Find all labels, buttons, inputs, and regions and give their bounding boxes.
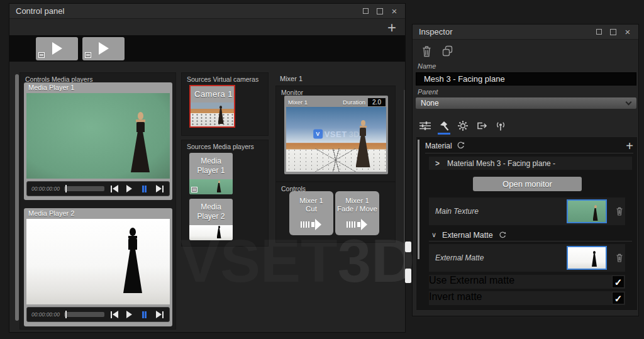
pause-button[interactable] xyxy=(139,310,150,320)
media-clip-icon xyxy=(85,52,91,58)
main-texture-row: Main Texture xyxy=(429,197,625,225)
media-clip-icon xyxy=(191,187,197,192)
play-icon xyxy=(99,42,109,55)
close-window-icon[interactable]: × xyxy=(623,28,632,36)
parent-value: None xyxy=(421,99,439,108)
tab-settings-gear[interactable] xyxy=(455,118,470,134)
source-media-player-2-preview xyxy=(189,225,233,240)
refresh-icon[interactable] xyxy=(457,142,465,150)
right-scrollbar[interactable] xyxy=(404,90,405,279)
refresh-icon[interactable] xyxy=(499,231,506,239)
greenscreen-person xyxy=(130,112,151,174)
tab-broadcast-antenna[interactable] xyxy=(493,118,508,134)
add-material-button[interactable]: + xyxy=(626,140,633,152)
use-external-matte-checkbox[interactable]: ✓ xyxy=(612,275,625,288)
media-player-2-panel: Media Player 2 00:00:00:00 xyxy=(24,208,172,326)
media-clip-icon xyxy=(38,52,45,58)
inspector-tabs xyxy=(418,118,508,134)
mixer-section-label: Mixer 1 xyxy=(280,75,303,82)
play-button[interactable] xyxy=(124,184,135,194)
invert-matte-row: Invert matte ✓ xyxy=(429,291,625,305)
thumb-person xyxy=(592,205,598,221)
clear-texture-icon[interactable] xyxy=(616,207,623,216)
skip-end-button[interactable] xyxy=(154,184,165,194)
main-texture-thumbnail[interactable] xyxy=(567,199,607,223)
material-item-row[interactable]: > Material Mesh 3 - Facing plane - xyxy=(429,157,632,170)
camera-1-label: Camera 1 xyxy=(191,86,234,103)
parent-dropdown[interactable]: None xyxy=(416,97,636,109)
external-matte-section-header[interactable]: ∨ External Matte xyxy=(429,229,632,242)
mixer-cut-button[interactable]: Mixer 1 Cut xyxy=(289,191,333,235)
scene-silhouette xyxy=(216,226,221,239)
mixer-monitor-title: Mixer 1 xyxy=(288,99,308,106)
control-panel-title: Control panel xyxy=(16,6,64,16)
camera-1-source[interactable]: Camera 1 xyxy=(189,85,235,128)
source-media-player-2-label: Media Player 2 xyxy=(189,199,233,225)
open-monitor-button[interactable]: Open monitor xyxy=(473,177,582,191)
launch-button-strip xyxy=(9,35,405,62)
material-header-label: Material xyxy=(425,142,452,150)
watermark-highlight xyxy=(405,269,411,283)
pause-button[interactable] xyxy=(139,184,150,194)
control-panel-window: Control panel × + Controls xyxy=(9,3,406,333)
duplicate-object-icon[interactable] xyxy=(441,45,453,57)
seek-bar[interactable] xyxy=(64,186,104,191)
virtual-cameras-group-label: Sources Virtual cameras xyxy=(187,75,258,83)
source-media-player-1-label: Media Player 1 xyxy=(189,153,233,179)
transition-arrow-icon xyxy=(347,219,368,230)
skip-start-button[interactable] xyxy=(109,184,119,194)
play-icon xyxy=(52,42,62,55)
tab-export[interactable] xyxy=(474,118,489,134)
media-player-1-panel: Media Player 1 00:00:00:00 xyxy=(24,82,172,200)
skip-start-button[interactable] xyxy=(109,310,119,320)
timecode: 00:00:00:00 xyxy=(31,311,60,318)
name-input[interactable] xyxy=(416,72,636,86)
inspector-scrollbar[interactable] xyxy=(418,140,419,259)
play-all-button-2[interactable] xyxy=(82,37,125,60)
seek-bar[interactable] xyxy=(64,312,104,317)
source-media-player-2[interactable]: Media Player 2 xyxy=(189,199,233,240)
restore-window-icon[interactable] xyxy=(594,28,603,36)
maximize-window-icon[interactable] xyxy=(609,28,618,36)
skip-end-button[interactable] xyxy=(154,310,165,320)
duration-value[interactable]: 2.0 xyxy=(368,98,386,106)
play-all-button-1[interactable] xyxy=(36,37,78,60)
material-panel: Material + > Material Mesh 3 - Facing pl… xyxy=(416,136,638,311)
control-panel-content: Controls Media players Media Player 1 00 xyxy=(9,62,405,330)
inspector-window: Inspector × Name Parent None xyxy=(412,24,639,316)
mixer-monitor: Mixer 1 Duration 2.0 V VSET 3D xyxy=(284,96,388,174)
tab-build-hammer[interactable] xyxy=(436,118,452,134)
external-matte-label: External Matte xyxy=(435,253,484,262)
external-matte-row: External Matte xyxy=(429,244,625,272)
playhead[interactable] xyxy=(65,185,67,192)
external-matte-thumbnail[interactable] xyxy=(567,246,607,270)
use-external-matte-row: Use External matte ✓ xyxy=(429,275,625,289)
mixer-monitor-preview: V VSET 3D xyxy=(286,107,386,172)
tab-properties[interactable] xyxy=(418,118,433,134)
source-media-player-1[interactable]: Media Player 1 xyxy=(189,153,233,194)
maximize-window-icon[interactable] xyxy=(375,7,384,16)
restore-window-icon[interactable] xyxy=(361,7,370,16)
media-player-2-video xyxy=(26,219,170,304)
delete-object-icon[interactable] xyxy=(421,45,432,57)
scene-person xyxy=(216,181,221,193)
floor-grid xyxy=(286,148,386,172)
mixer-fade-move-button[interactable]: Mixer 1 Fade / Move xyxy=(335,191,379,235)
invert-matte-label: Invert matte xyxy=(429,291,482,302)
virtual-cameras-group: Sources Virtual cameras Camera 1 xyxy=(181,72,269,136)
desktop: Control panel × + Controls xyxy=(0,0,644,339)
timecode: 00:00:00:00 xyxy=(31,186,60,192)
chevron-right-icon: > xyxy=(435,159,440,168)
playhead[interactable] xyxy=(65,311,67,318)
vset3d-logo: V VSET 3D xyxy=(313,130,360,139)
add-panel-button[interactable]: + xyxy=(387,21,396,35)
clear-matte-icon[interactable] xyxy=(616,253,623,262)
invert-matte-checkbox[interactable]: ✓ xyxy=(612,292,625,304)
close-window-icon[interactable]: × xyxy=(390,7,399,16)
parent-label: Parent xyxy=(418,88,438,96)
inspector-title: Inspector xyxy=(419,27,452,36)
play-button[interactable] xyxy=(124,310,135,320)
thumb-silhouette xyxy=(592,251,597,267)
left-scrollbar[interactable] xyxy=(15,74,19,321)
media-players-group: Controls Media players Media Player 1 00 xyxy=(19,72,176,330)
